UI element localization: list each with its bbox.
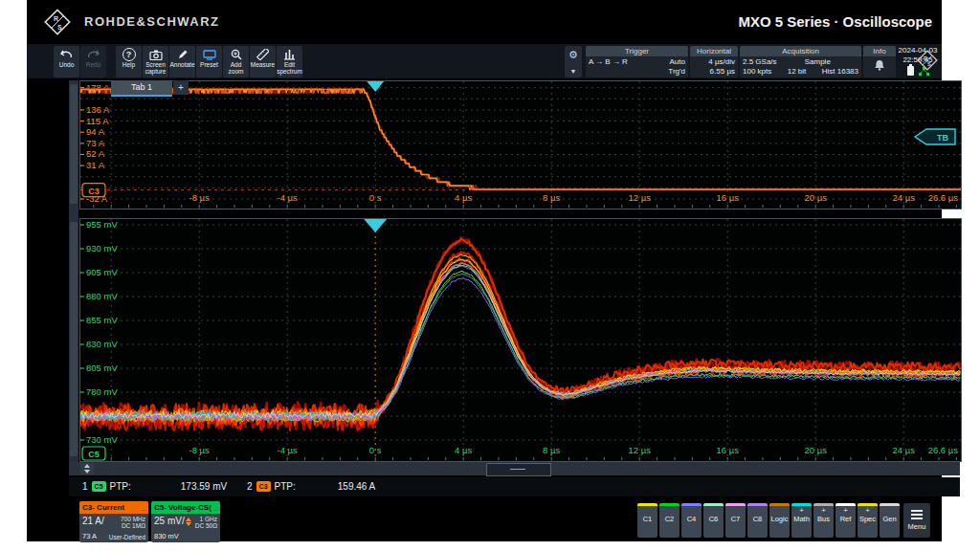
camera-icon (149, 48, 163, 61)
measurement-1[interactable]: 1 C5 PTP: 173.59 mV (82, 481, 227, 492)
voltage-diagram[interactable]: 955 mV930 mV905 mV880 mV855 mV830 mV805 … (79, 218, 962, 462)
info-title: Info (863, 46, 896, 56)
vertical-scroll-handle-bottom[interactable] (70, 222, 78, 456)
svg-text:20 µs: 20 µs (804, 445, 827, 455)
channel-bar-c1[interactable]: C1 (637, 503, 657, 538)
measurement-1-index: 1 (82, 481, 88, 492)
help-button[interactable]: ? Help (116, 46, 142, 77)
svg-text:94 A: 94 A (86, 126, 105, 137)
channel-c3-name: C3- Current (82, 503, 124, 512)
undo-button[interactable]: Undo (54, 46, 79, 77)
hamburger-menu-icon (911, 510, 923, 519)
horizontal-position: 6.55 µs (710, 67, 735, 77)
add-zoom-button[interactable]: Add zoom (223, 46, 249, 77)
add-tab-button[interactable]: + (173, 80, 189, 95)
spectrum-bars-icon (283, 48, 296, 61)
oscilloscope-screenshot: R S ROHDE&SCHWARZ MXO 5 Series · Oscillo… (0, 0, 980, 551)
svg-text:830 mV: 830 mV (86, 339, 118, 349)
current-waveform-chart[interactable]: 178 A136 A115 A94 A73 A52 A31 A-32 A-8 µ… (80, 81, 961, 209)
svg-text:805 mV: 805 mV (86, 363, 118, 373)
svg-text:4 µs: 4 µs (455, 192, 472, 203)
help-icon: ? (122, 48, 136, 61)
channel-c3-minimize[interactable]: _ (142, 501, 145, 514)
channel-c5-scale-arrows-icon[interactable] (186, 518, 191, 526)
acquisition-status-title: Acquisition (740, 46, 861, 56)
svg-text:S: S (57, 24, 62, 31)
svg-text:52 A: 52 A (86, 148, 105, 159)
info-box[interactable]: Info (863, 46, 896, 77)
trigger-sequence: A → B → R (589, 57, 628, 67)
acquisition-mode: Sample (805, 57, 831, 67)
svg-text:20 µs: 20 µs (804, 192, 827, 203)
measure-button[interactable]: Measure (250, 46, 276, 77)
screen-capture-button[interactable]: Screen capture (143, 46, 168, 77)
menu-button[interactable]: Menu (903, 503, 930, 538)
trigger-mode: Auto (670, 57, 685, 67)
channel-bar-c7[interactable]: C7 (725, 503, 746, 538)
voltage-waveform-chart[interactable]: 955 mV930 mV905 mV880 mV855 mV830 mV805 … (80, 219, 961, 461)
horizontal-status-box[interactable]: Horizontal 4 µs/div 6.55 µs (690, 46, 738, 77)
channel-c3-bandwidth: 700 MHz (121, 516, 145, 522)
channel-bar-spec[interactable]: +Spec (858, 503, 878, 538)
channel-bar-c8[interactable]: C8 (747, 503, 768, 538)
channel-bar-c6[interactable]: C6 (703, 503, 724, 538)
svg-text:C5: C5 (88, 450, 100, 459)
measurement-1-label: PTP: (110, 481, 131, 492)
horizontal-scroll-handle[interactable] (486, 463, 551, 476)
vertical-scroll-handle-top[interactable] (70, 84, 78, 204)
channel-bar-ref[interactable]: +Ref (835, 503, 856, 538)
trigger-status-box[interactable]: Trigger A → B → RAuto Trg'd (586, 46, 688, 77)
svg-text:8 µs: 8 µs (543, 445, 560, 455)
channel-c3-box[interactable]: C3- Current_ 21 A/ 700 MHzDC 1MΩ 73 A Us… (79, 501, 148, 542)
channel-c5-minimize[interactable]: _ (213, 501, 217, 514)
page-title: MXO 5 Series · Oscilloscope (738, 13, 932, 30)
annotate-button[interactable]: Annotate (169, 46, 195, 77)
redo-button[interactable]: Redo (80, 46, 106, 77)
settings-quick-access[interactable]: ⚙ ▼ (565, 46, 582, 77)
channel-bar-math[interactable]: +Math (791, 503, 812, 538)
svg-text:8 µs: 8 µs (543, 192, 560, 203)
channel-c3-offset: 73 A (82, 532, 97, 540)
measurement-2[interactable]: 2 C3 PTP: 159.46 A (247, 481, 375, 492)
measure-ruler-icon (256, 48, 269, 61)
channel-bar-bus[interactable]: +Bus (813, 503, 834, 538)
top-brand-bar: R S ROHDE&SCHWARZ MXO 5 Series · Oscillo… (27, 0, 942, 42)
channel-bar-c2[interactable]: C2 (659, 503, 679, 538)
edit-spectrum-button[interactable]: Edit spectrum (277, 46, 302, 77)
channel-bar-c4[interactable]: C4 (681, 503, 702, 538)
svg-text:0 s: 0 s (369, 445, 382, 455)
svg-text:73 A: 73 A (86, 138, 105, 148)
magnifier-plus-icon (231, 48, 242, 61)
svg-text:955 mV: 955 mV (86, 219, 118, 230)
horizontal-scrollbar[interactable] (69, 462, 960, 475)
measurement-2-source-badge: C3 (256, 481, 271, 492)
scroll-step-widget[interactable] (80, 463, 94, 474)
channel-c5-box[interactable]: C5- Voltage-CS(_ 25 mV/ 1 GHzDC 50Ω 830 … (151, 501, 220, 542)
svg-text:12 µs: 12 µs (628, 192, 651, 203)
measurement-2-value: 159.46 A (338, 481, 375, 492)
svg-text:24 µs: 24 µs (892, 192, 915, 203)
svg-text:0 s: 0 s (369, 192, 382, 203)
measurement-results-bar: 1 C5 PTP: 173.59 mV 2 C3 PTP: 159.46 A (69, 477, 960, 496)
svg-text:R: R (924, 55, 927, 61)
svg-text:TB: TB (937, 133, 948, 143)
channel-bar-logic[interactable]: Logic (769, 503, 790, 538)
channel-bar-gen[interactable]: Gen (880, 503, 900, 538)
battery-icon (907, 66, 914, 76)
horizontal-scale: 4 µs/div (708, 57, 735, 67)
svg-text:780 mV: 780 mV (86, 386, 118, 397)
trigger-state: Trg'd (668, 67, 685, 77)
vertical-scrollbar[interactable] (69, 80, 78, 475)
svg-text:26.6 µs: 26.6 µs (928, 445, 959, 455)
svg-text:12 µs: 12 µs (628, 445, 651, 455)
acquisition-status-box[interactable]: Acquisition 2.5 GSa/sSample 100 kpts12 b… (740, 46, 861, 77)
channel-c3-mode: User-Defined (109, 534, 145, 540)
svg-text:24 µs: 24 µs (892, 445, 915, 455)
preset-button[interactable]: Preset (196, 46, 222, 77)
svg-text:-4 µs: -4 µs (278, 445, 299, 455)
tab-1[interactable]: Tab 1 (111, 80, 172, 97)
svg-text:-4 µs: -4 µs (278, 192, 299, 203)
current-diagram[interactable]: 178 A136 A115 A94 A73 A52 A31 A-32 A-8 µ… (79, 80, 962, 209)
brand-text: ROHDE&SCHWARZ (84, 14, 220, 29)
measurement-1-source-badge: C5 (92, 481, 106, 492)
